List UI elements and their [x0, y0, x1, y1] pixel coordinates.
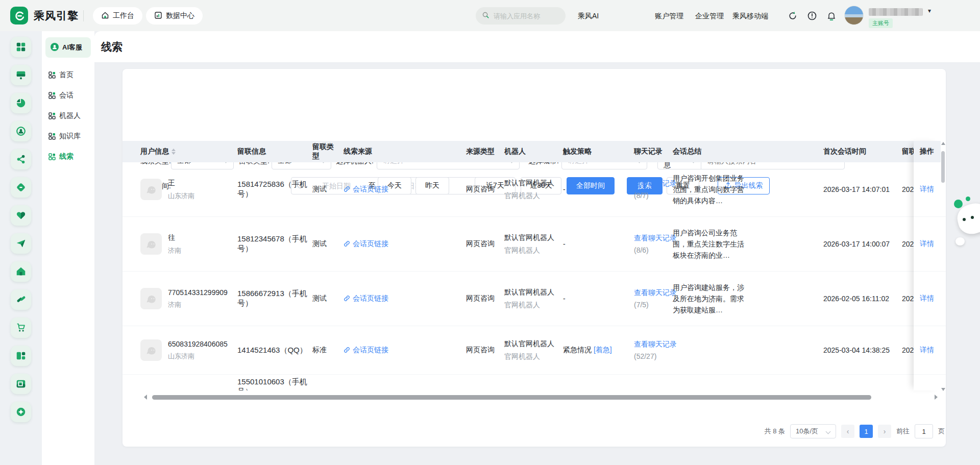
session-summary: 用户咨询公司业务范围，重点关注数字生活板块在济南的业…	[673, 227, 750, 261]
col-user-info[interactable]: 用户信息	[140, 147, 237, 156]
scroll-left-icon[interactable]	[144, 395, 147, 400]
link-mobile[interactable]: 乘风移动端	[732, 12, 768, 21]
table-row: 650831928406085 山东济南 1414521463（QQ） 标准 会…	[122, 326, 946, 375]
horizontal-scroll-thumb[interactable]	[152, 395, 871, 400]
lead-contact: 15812345678（手机号）	[237, 234, 312, 254]
goto-label: 前往	[896, 427, 910, 436]
alert-circle-icon[interactable]	[805, 9, 819, 22]
scroll-right-icon[interactable]	[935, 395, 938, 400]
lead-location: 济南	[168, 246, 181, 255]
col-lead-source: 线索来源	[344, 147, 466, 156]
split-panel-icon[interactable]	[11, 346, 31, 366]
mascot-eye	[963, 218, 966, 221]
session-page-link[interactable]: 会话页链接	[344, 239, 388, 249]
detail-link[interactable]: 详情	[920, 239, 934, 249]
first-session-time: 2026-02-05 16:11:02	[823, 295, 902, 303]
total-count: 共 8 条	[765, 427, 785, 436]
prev-page-button[interactable]: ‹	[841, 425, 854, 438]
username-masked[interactable]	[869, 8, 923, 16]
share-nodes-icon[interactable]	[11, 149, 31, 169]
col-operations: 操作	[914, 141, 941, 162]
sidebar-item-home[interactable]: 首页	[42, 65, 94, 85]
table-row-partial: 15501010603（手机号）	[122, 375, 946, 390]
view-chat-link[interactable]: 查看聊天记录	[634, 288, 677, 298]
home-icon[interactable]	[11, 261, 31, 282]
browser-window-icon[interactable]	[11, 374, 31, 394]
dashboard-grid-icon[interactable]	[11, 37, 31, 57]
table-row: 770514331299909 济南 15866672913（手机号） 测试 会…	[122, 272, 946, 326]
horizontal-scrollbar[interactable]	[144, 394, 938, 401]
scroll-down-icon[interactable]	[941, 388, 945, 391]
paper-plane-icon[interactable]	[11, 233, 31, 254]
first-session-time: 2026-03-17 14:00:07	[823, 240, 902, 248]
double-slash-icon[interactable]	[11, 289, 31, 310]
lead-location: 山东济南	[168, 191, 194, 201]
link-account-mgmt[interactable]: 账户管理	[655, 12, 683, 21]
user-headset-icon[interactable]	[11, 121, 31, 141]
trigger-strategy: -	[563, 295, 566, 303]
session-summary: 用户咨询开创集团业务范围，重点询问数字营销的具体内容…	[673, 173, 750, 206]
next-page-button[interactable]: ›	[878, 425, 891, 438]
col-contact-info: 留联信息	[237, 147, 312, 156]
goto-page-input[interactable]	[915, 424, 933, 438]
heart-icon[interactable]	[11, 205, 31, 226]
current-page-button[interactable]: 1	[860, 425, 873, 438]
sparkle-icon[interactable]	[11, 402, 31, 422]
col-first-session-time: 首次会话时间	[823, 147, 902, 156]
view-chat-link[interactable]: 查看聊天记录	[634, 340, 677, 349]
shopping-cart-icon[interactable]	[11, 317, 31, 338]
mascot-hand	[955, 237, 965, 246]
pagination: 共 8 条 10条/页 ‹ 1 › 前往 页	[765, 424, 945, 438]
sort-icon[interactable]	[172, 149, 176, 155]
session-page-link[interactable]: 会话页链接	[344, 294, 388, 303]
sidebar-item-label: 机器人	[59, 111, 81, 120]
link-chengfeng-ai[interactable]: 乘风AI	[578, 12, 599, 21]
link-icon	[344, 240, 350, 247]
page-size-select[interactable]: 10条/页	[790, 424, 836, 438]
sidebar-item-label: 知识库	[59, 132, 81, 141]
nav-datacenter[interactable]: 数据中心	[146, 7, 203, 25]
detail-link[interactable]: 详情	[920, 294, 934, 303]
link-enterprise-mgmt[interactable]: 企业管理	[695, 12, 724, 21]
vertical-scroll-thumb[interactable]	[941, 151, 945, 183]
app-search[interactable]	[476, 7, 566, 25]
sidebar-item-leads[interactable]: 线索	[42, 146, 94, 167]
lead-contact-type: 测试	[312, 294, 344, 303]
pie-chart-icon[interactable]	[11, 93, 31, 113]
view-chat-link[interactable]: 查看聊天记录	[634, 179, 677, 188]
detail-link[interactable]: 详情	[920, 185, 934, 194]
sidebar-app-ai-service[interactable]: AI客服	[45, 37, 91, 58]
scroll-up-icon[interactable]	[941, 142, 945, 145]
lead-contact-type: 测试	[312, 239, 344, 249]
engine-e-icon[interactable]	[11, 177, 31, 198]
chat-count: (8/7)	[634, 191, 669, 200]
sidebar-item-knowledge[interactable]: 知识库	[42, 126, 94, 146]
session-page-link[interactable]: 会话页链接	[344, 185, 388, 194]
nav-workbench[interactable]: 工作台	[93, 7, 142, 25]
view-chat-link[interactable]: 查看聊天记录	[634, 234, 677, 243]
chat-count: (7/5)	[634, 301, 669, 309]
trigger-strategy: -	[563, 240, 566, 248]
strategy-tag[interactable]: [着急]	[594, 346, 612, 354]
leads-table: 用户信息 留联信息 留联类型 线索来源 来源类型 机器人 触发策略 聊天记录 会…	[122, 141, 946, 390]
session-page-link[interactable]: 会话页链接	[344, 346, 388, 355]
sidebar-item-sessions[interactable]: 会话	[42, 85, 94, 106]
brand-logo-icon[interactable]	[10, 7, 28, 25]
user-avatar[interactable]	[844, 6, 864, 25]
robot-sub-name: 官网机器人	[504, 246, 559, 255]
refresh-icon[interactable]	[786, 9, 799, 22]
session-summary: 用户咨询建站服务，涉及所在地为济南。需求为获取建站服…	[673, 282, 750, 315]
lead-source-type: 网页咨询	[466, 346, 504, 355]
detail-link[interactable]: 详情	[920, 346, 934, 355]
sidebar-item-robots[interactable]: 机器人	[42, 106, 94, 126]
vertical-scrollbar[interactable]	[941, 141, 945, 392]
bell-icon[interactable]	[825, 9, 838, 22]
col-source-type: 来源类型	[466, 147, 504, 156]
grid-glyph-icon	[48, 71, 56, 79]
assistant-mascot[interactable]	[953, 195, 980, 254]
chevron-down-icon[interactable]: ▾	[928, 7, 931, 14]
search-input[interactable]	[494, 12, 555, 20]
monitor-icon[interactable]	[11, 65, 31, 85]
col-contact-type: 留联类型	[312, 142, 344, 161]
brand-name: 乘风引擎	[34, 9, 79, 23]
